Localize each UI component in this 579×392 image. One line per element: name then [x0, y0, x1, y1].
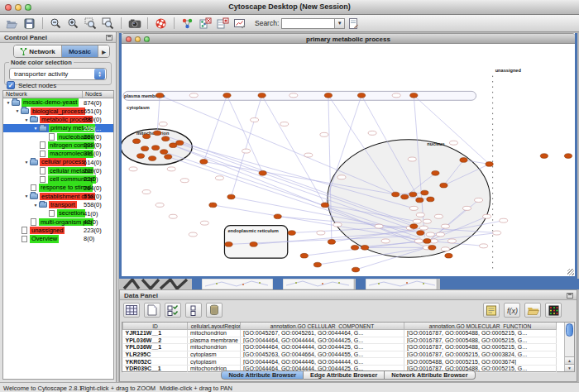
network-node-unselected[interactable] — [493, 231, 501, 235]
network-node[interactable] — [274, 214, 281, 219]
tree-item[interactable]: ▼cellular metabo209(0) — [3, 166, 113, 174]
network-edge[interactable] — [328, 95, 332, 241]
network-node-unselected[interactable] — [304, 153, 313, 157]
network-node[interactable] — [176, 141, 184, 146]
network-node-unselected[interactable] — [480, 244, 488, 248]
network-node-unselected[interactable] — [441, 224, 449, 228]
network-node[interactable] — [170, 143, 177, 148]
network-node-unselected[interactable] — [368, 131, 376, 135]
search-input[interactable] — [281, 18, 334, 29]
network-node[interactable] — [328, 240, 335, 245]
zoom-fit-icon[interactable] — [101, 17, 115, 30]
network-node[interactable] — [200, 160, 208, 165]
network-node[interactable] — [259, 170, 266, 175]
zoom-out-icon[interactable] — [49, 17, 63, 30]
float-panel-icon[interactable] — [106, 35, 112, 41]
table-cell[interactable]: cytoplasm — [188, 351, 241, 358]
network-node[interactable] — [258, 93, 266, 98]
table-cell[interactable]: YPL036W__1 — [123, 344, 188, 351]
search-dropdown-arrow[interactable]: ▼ — [334, 18, 345, 29]
network-node[interactable] — [250, 242, 257, 247]
network-node[interactable] — [460, 158, 467, 163]
network-node[interactable] — [540, 154, 548, 159]
network-node-unselected[interactable] — [333, 222, 342, 227]
network-node[interactable] — [445, 253, 452, 258]
import-attributes-icon[interactable] — [215, 17, 229, 30]
delete-attribute-icon[interactable] — [206, 303, 223, 318]
network-node-unselected[interactable] — [392, 93, 400, 98]
scrollbar-thumb[interactable] — [566, 323, 573, 337]
network-edge[interactable] — [160, 95, 395, 194]
network-node-unselected[interactable] — [441, 247, 449, 251]
network-edge[interactable] — [157, 95, 160, 133]
network-node-unselected[interactable] — [167, 167, 175, 171]
network-node-unselected[interactable] — [317, 231, 325, 235]
disclosure-triangle-icon[interactable]: ▼ — [14, 108, 21, 113]
network-node-unselected[interactable] — [449, 141, 457, 145]
network-node[interactable] — [141, 146, 148, 151]
network-node-unselected[interactable] — [251, 118, 259, 122]
tree-column-network[interactable]: Network — [3, 91, 83, 98]
network-node[interactable] — [142, 134, 150, 139]
save-icon[interactable] — [22, 17, 36, 30]
table-cell[interactable]: [GO:0005488, GO:0005215, GO:0003674] — [404, 358, 557, 366]
tab-network[interactable]: Network — [14, 45, 62, 57]
network-edge[interactable] — [231, 95, 261, 197]
network-node-unselected[interactable] — [409, 206, 418, 210]
network-node-unselected[interactable] — [419, 226, 428, 230]
network-node[interactable] — [351, 245, 358, 250]
table-cell[interactable]: YPL036W__2 — [123, 337, 188, 344]
import-network-icon[interactable] — [198, 17, 212, 30]
table-cell[interactable]: cytoplasm — [188, 358, 241, 366]
network-node[interactable] — [209, 203, 217, 208]
network-node-unselected[interactable] — [242, 149, 251, 153]
tree-item[interactable]: ▼mosaic-demo-yeast874(0) — [3, 98, 113, 107]
disclosure-triangle-icon[interactable]: ▼ — [23, 117, 30, 122]
network-node[interactable] — [156, 93, 164, 98]
network-node-unselected[interactable] — [426, 232, 434, 237]
scroll-up-button[interactable]: ▲ — [565, 356, 574, 364]
network-edge[interactable] — [203, 95, 227, 161]
network-node-unselected[interactable] — [475, 198, 483, 202]
table-cell[interactable]: [GO:0045263, GO:0044664, GO:0044455, G..… — [241, 351, 404, 358]
table-cell[interactable]: [GO:0044464, GO:0044444, GO:0044425, G..… — [241, 337, 404, 344]
table-row[interactable]: YPL036W__1mitochondrion[GO:0044464, GO:0… — [123, 344, 557, 351]
network-node-unselected[interactable] — [500, 218, 508, 222]
network-node-unselected[interactable] — [413, 219, 421, 223]
network-node[interactable] — [423, 239, 431, 244]
import-attributes-icon[interactable] — [524, 303, 541, 318]
table-column-header[interactable]: _cellularLayoutRegion — [188, 323, 241, 330]
network-node[interactable] — [357, 93, 365, 98]
tree-item[interactable]: ▼cellular process614(0) — [3, 158, 113, 166]
tree-item[interactable]: ▼Overview8(0) — [3, 235, 113, 243]
network-node[interactable] — [160, 150, 168, 155]
tree-item[interactable]: ▼establishment of lo558(0) — [3, 192, 113, 200]
network-edge[interactable] — [262, 95, 325, 205]
node-color-dropdown[interactable]: transporter activity ▲▼ — [9, 68, 107, 80]
tab-network-attribute-browser[interactable]: Network Attribute Browser — [385, 370, 475, 380]
network-node-unselected[interactable] — [189, 93, 198, 98]
network-node[interactable] — [486, 162, 493, 167]
tree-item[interactable]: ▼secretion41(0) — [3, 209, 113, 218]
table-cell[interactable]: YKR052C — [123, 358, 188, 366]
table-column-header[interactable]: ID — [123, 323, 188, 330]
network-node[interactable] — [440, 183, 447, 188]
network-node[interactable] — [162, 136, 170, 141]
network-node-unselected[interactable] — [463, 206, 471, 210]
network-node[interactable] — [300, 253, 308, 258]
table-cell[interactable]: [GO:0016787, GO:0005488, GO:0005215, G..… — [404, 344, 557, 351]
disclosure-triangle-icon[interactable]: ▼ — [23, 194, 30, 198]
network-node[interactable] — [564, 154, 572, 159]
select-attributes-icon[interactable] — [165, 303, 181, 318]
window-resize-grip[interactable] — [567, 269, 574, 275]
network-node[interactable] — [361, 245, 368, 250]
network-node[interactable] — [432, 170, 439, 175]
network-window-titlebar[interactable]: primary metabolic process — [122, 33, 575, 44]
tree-item[interactable]: ▼multi-organism pro42(0) — [3, 218, 113, 226]
tree-column-nodes[interactable]: Nodes — [83, 91, 113, 98]
table-column-header[interactable]: annotation.GO MOLECULAR_FUNCTION — [404, 323, 557, 330]
tab-edge-attribute-browser[interactable]: Edge Attribute Browser — [304, 370, 385, 380]
zoom-selected-icon[interactable] — [84, 17, 98, 30]
network-edge[interactable] — [227, 95, 262, 173]
network-node-unselected[interactable] — [200, 221, 208, 225]
